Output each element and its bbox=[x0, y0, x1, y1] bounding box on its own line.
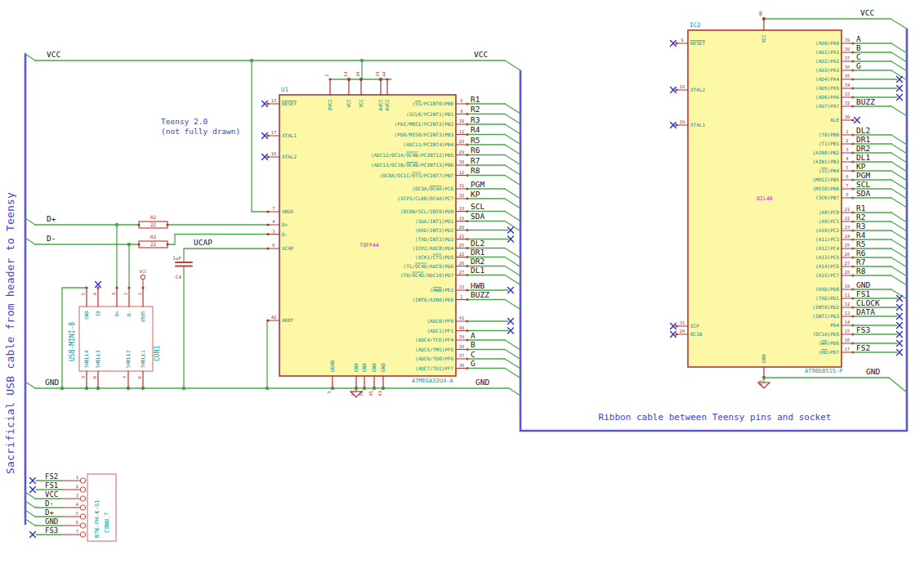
conn7-pin-circle-3[interactable] bbox=[80, 496, 85, 501]
bus-entry[interactable] bbox=[891, 222, 907, 231]
net-label-vcc[interactable]: VCC bbox=[860, 8, 874, 17]
net-label-kp[interactable]: KP bbox=[471, 190, 480, 199]
net-label-r3[interactable]: R3 bbox=[856, 222, 865, 231]
bus-entry[interactable] bbox=[891, 43, 907, 53]
bus-entry[interactable] bbox=[891, 52, 907, 62]
bus-entry[interactable] bbox=[505, 155, 520, 165]
bus-entry[interactable] bbox=[891, 248, 907, 258]
bus-entry[interactable] bbox=[891, 231, 907, 240]
bus-entry[interactable] bbox=[505, 350, 520, 360]
ic2-ref[interactable]: IC2 bbox=[690, 21, 701, 29]
bus-entry[interactable] bbox=[505, 124, 520, 134]
net-label-kp[interactable]: KP bbox=[856, 162, 866, 171]
vcc-symbol-icon[interactable] bbox=[141, 275, 145, 280]
r2-ref[interactable]: R2 bbox=[150, 214, 157, 220]
u1-ref[interactable]: U1 bbox=[281, 86, 288, 93]
bus-entry[interactable] bbox=[505, 369, 520, 378]
r2-value[interactable]: 22 bbox=[150, 222, 157, 227]
bus-entry[interactable] bbox=[505, 135, 520, 145]
net-label-d-[interactable]: D- bbox=[45, 499, 54, 508]
net-label-r2[interactable]: R2 bbox=[471, 105, 480, 114]
net-label-vcc[interactable]: VCC bbox=[474, 50, 488, 59]
bus-entry[interactable] bbox=[505, 275, 520, 285]
net-label-dr1[interactable]: DR1 bbox=[856, 135, 870, 144]
ic2-footprint[interactable]: DIL40 bbox=[757, 195, 773, 202]
net-label-clock[interactable]: CLOCK bbox=[856, 298, 880, 307]
net-label-hwb[interactable]: HWB bbox=[471, 281, 484, 290]
net-label-d-[interactable]: D- bbox=[47, 234, 56, 243]
conn7-ref[interactable]: CONN_7 bbox=[104, 513, 110, 533]
bus-entry[interactable] bbox=[505, 104, 520, 114]
bus-entry[interactable] bbox=[25, 238, 35, 244]
bus-entry[interactable] bbox=[505, 212, 520, 222]
net-label-r1[interactable]: R1 bbox=[471, 95, 480, 104]
bus-entry[interactable] bbox=[25, 382, 35, 388]
net-label-a[interactable]: A bbox=[856, 34, 861, 43]
bus-entry[interactable] bbox=[891, 61, 907, 71]
net-label-dr2[interactable]: DR2 bbox=[471, 257, 484, 266]
net-label-d+[interactable]: D+ bbox=[45, 508, 54, 517]
net-label-buzz[interactable]: BUZZ bbox=[471, 290, 489, 299]
net-label-gnd[interactable]: GND bbox=[45, 378, 59, 387]
conn7-pin-circle-4[interactable] bbox=[80, 505, 85, 510]
bus-entry[interactable] bbox=[891, 180, 907, 190]
bus-entry[interactable] bbox=[505, 266, 520, 276]
net-label-data[interactable]: DATA bbox=[856, 307, 875, 316]
wire[interactable] bbox=[184, 248, 268, 262]
net-label-fs1[interactable]: FS1 bbox=[45, 481, 58, 490]
conn7-pin-circle-5[interactable] bbox=[80, 514, 85, 519]
net-label-gnd[interactable]: GND bbox=[856, 280, 870, 289]
bus-entry[interactable] bbox=[891, 189, 907, 199]
net-label-dl1[interactable]: DL1 bbox=[856, 153, 870, 162]
net-label-b[interactable]: B bbox=[856, 43, 861, 52]
bus-entry[interactable] bbox=[891, 275, 907, 285]
net-label-r6[interactable]: R6 bbox=[471, 145, 480, 154]
net-label-d+[interactable]: D+ bbox=[47, 214, 56, 223]
net-label-c[interactable]: C bbox=[856, 52, 861, 61]
net-label-r2[interactable]: R2 bbox=[856, 213, 865, 222]
r3-value[interactable]: 22 bbox=[150, 241, 157, 247]
net-label-g[interactable]: G bbox=[471, 359, 475, 368]
bus-entry[interactable] bbox=[505, 145, 520, 154]
net-label-sda[interactable]: SDA bbox=[856, 189, 870, 198]
bus-entry[interactable] bbox=[25, 510, 35, 517]
net-label-r7[interactable]: R7 bbox=[471, 156, 480, 165]
net-label-c[interactable]: C bbox=[471, 350, 475, 359]
net-label-dl1[interactable]: DL1 bbox=[471, 266, 484, 275]
net-label-r6[interactable]: R6 bbox=[856, 248, 866, 257]
bus-entry[interactable] bbox=[891, 19, 907, 29]
bus-entry[interactable] bbox=[891, 257, 907, 267]
ic2-part-name[interactable]: AT90S8515-P bbox=[805, 368, 842, 374]
conn7-pin-circle-6[interactable] bbox=[80, 523, 85, 528]
c4-ref[interactable]: C4 bbox=[176, 274, 182, 280]
bus-entry[interactable] bbox=[891, 239, 907, 249]
net-label-dr2[interactable]: DR2 bbox=[856, 144, 870, 153]
net-label-fs2[interactable]: FS2 bbox=[856, 343, 870, 352]
net-label-b[interactable]: B bbox=[471, 340, 475, 349]
net-label-buzz[interactable]: BUZZ bbox=[856, 97, 875, 106]
net-label-vcc[interactable]: VCC bbox=[45, 490, 58, 499]
net-label-r4[interactable]: R4 bbox=[856, 231, 866, 239]
bus-entry[interactable] bbox=[891, 266, 907, 276]
conn7-pin-circle-2[interactable] bbox=[80, 487, 85, 492]
u1-part-name[interactable]: ATMEGA32U4-A bbox=[412, 378, 453, 384]
bus-entry[interactable] bbox=[505, 199, 520, 208]
net-label-scl[interactable]: SCL bbox=[856, 180, 870, 189]
net-label-fs3[interactable]: FS3 bbox=[856, 325, 870, 334]
conn7-value[interactable]: B7K-PH-K-S1 bbox=[94, 500, 100, 538]
bus-entry[interactable] bbox=[505, 189, 520, 199]
net-label-pgm[interactable]: PGM bbox=[856, 171, 870, 180]
conn7-body[interactable] bbox=[87, 474, 116, 541]
bus-entry[interactable] bbox=[891, 162, 907, 172]
net-label-gnd[interactable]: GND bbox=[45, 517, 58, 526]
bus-entry[interactable] bbox=[891, 135, 907, 145]
c4-value[interactable]: 1uF bbox=[172, 255, 181, 261]
net-label-gnd[interactable]: GND bbox=[866, 367, 880, 376]
wire[interactable] bbox=[167, 235, 268, 245]
bus-entry[interactable] bbox=[25, 519, 35, 526]
bus-entry[interactable] bbox=[505, 222, 520, 231]
bus-entry[interactable] bbox=[505, 340, 520, 350]
net-label-r1[interactable]: R1 bbox=[856, 204, 866, 213]
bus-entry[interactable] bbox=[505, 300, 520, 310]
conn7-pin-circle-1[interactable] bbox=[80, 478, 85, 483]
